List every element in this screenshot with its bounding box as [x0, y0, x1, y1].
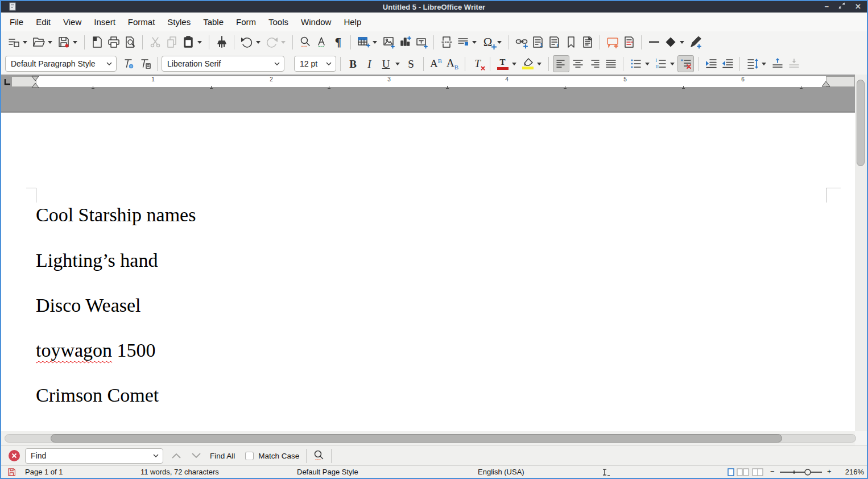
underline-dropdown-icon[interactable] [395, 63, 400, 65]
match-case-checkbox[interactable] [245, 452, 254, 460]
insert-hyperlink-button[interactable] [513, 34, 530, 51]
undo-dropdown-icon[interactable] [256, 41, 261, 44]
print-preview-button[interactable] [122, 34, 138, 51]
paste-dropdown-icon[interactable] [197, 41, 202, 44]
tab-stop-selector-icon[interactable] [4, 79, 11, 85]
insert-endnote-button[interactable]: i [546, 34, 563, 51]
ordered-list-dropdown-icon[interactable] [670, 63, 675, 65]
update-style-button[interactable] [120, 55, 137, 72]
new-document-dropdown-icon[interactable] [23, 41, 27, 44]
insert-image-button[interactable] [380, 34, 396, 51]
book-view-icon[interactable] [752, 468, 763, 476]
unordered-list-dropdown-icon[interactable] [645, 63, 650, 65]
minimize-button[interactable]: − [825, 1, 829, 13]
doc-paragraph[interactable]: Cool Starship names [36, 204, 196, 226]
document-modified-icon[interactable] [8, 468, 15, 476]
formatting-marks-button[interactable]: ¶ [330, 34, 346, 51]
find-search-input[interactable]: Find [25, 448, 163, 464]
underline-button[interactable]: U [378, 55, 394, 72]
superscript-button[interactable]: AB [428, 55, 444, 72]
indent-marker-icon[interactable] [31, 76, 40, 89]
unordered-list-button[interactable] [627, 55, 644, 72]
menu-insert[interactable]: Insert [88, 14, 122, 30]
clone-formatting-button[interactable] [213, 34, 230, 51]
right-indent-marker-icon[interactable] [821, 81, 830, 87]
justify-button[interactable] [602, 55, 619, 72]
paste-button[interactable] [180, 34, 196, 51]
menu-file[interactable]: File [3, 14, 30, 30]
print-button[interactable] [105, 34, 122, 51]
highlight-color-dropdown-icon[interactable] [537, 63, 542, 65]
doc-paragraph[interactable]: Disco Weasel [36, 295, 141, 316]
page[interactable] [1, 112, 855, 431]
title-bar[interactable]: Untitled 5 - LibreOffice Writer − ✕ [1, 1, 867, 13]
font-color-dropdown-icon[interactable] [512, 63, 516, 65]
horizontal-scrollbar[interactable] [1, 431, 855, 445]
insert-field-dropdown-icon[interactable] [472, 41, 477, 44]
open-button[interactable] [30, 34, 47, 51]
save-dropdown-icon[interactable] [73, 41, 77, 44]
insert-cross-reference-button[interactable] [579, 34, 596, 51]
zoom-in-button[interactable]: + [827, 467, 832, 476]
doc-paragraph[interactable]: Crimson Comet [36, 385, 159, 406]
special-character-dropdown-icon[interactable] [497, 41, 502, 44]
document-area[interactable]: Cool Starship names Lighting’s hand Disc… [1, 89, 855, 431]
match-case-label[interactable]: Match Case [258, 452, 299, 460]
horizontal-line-button[interactable] [646, 34, 662, 51]
highlight-color-button[interactable] [519, 55, 536, 72]
doc-paragraph[interactable]: toywagon 1500 [36, 340, 156, 361]
font-size-combo[interactable]: 12 pt [294, 56, 336, 72]
no-list-button[interactable] [677, 55, 694, 72]
align-center-button[interactable] [569, 55, 586, 72]
line-spacing-dropdown-icon[interactable] [762, 63, 766, 65]
find-and-replace-button[interactable] [311, 447, 327, 464]
line-spacing-button[interactable] [744, 55, 760, 72]
zoom-slider[interactable] [779, 469, 822, 476]
page-count[interactable]: Page 1 of 1 [25, 468, 63, 476]
restore-button[interactable] [838, 1, 845, 13]
basic-shapes-dropdown-icon[interactable] [680, 41, 684, 44]
paragraph-style-combo[interactable]: Default Paragraph Style [5, 56, 117, 72]
open-dropdown-icon[interactable] [48, 41, 52, 44]
font-name-combo[interactable]: Liberation Serif [162, 56, 284, 72]
increase-indent-button[interactable] [702, 55, 719, 72]
increase-paragraph-spacing-button[interactable] [769, 55, 786, 72]
single-page-view-icon[interactable] [728, 468, 734, 476]
close-button[interactable]: ✕ [855, 1, 861, 13]
vertical-scrollbar-thumb[interactable] [857, 80, 865, 166]
zoom-level[interactable]: 216% [841, 468, 864, 476]
spelling-button[interactable] [313, 34, 330, 51]
menu-edit[interactable]: Edit [30, 14, 57, 30]
track-changes-button[interactable] [621, 34, 637, 51]
insert-field-button[interactable] [454, 34, 471, 51]
menu-help[interactable]: Help [337, 14, 367, 30]
menu-form[interactable]: Form [230, 14, 262, 30]
align-right-button[interactable] [586, 55, 602, 72]
insert-footnote-button[interactable]: 1 [530, 34, 546, 51]
vertical-scrollbar[interactable] [855, 75, 867, 431]
clear-formatting-button[interactable]: T [469, 55, 486, 72]
insert-bookmark-button[interactable] [563, 34, 579, 51]
align-left-button[interactable] [553, 55, 569, 72]
special-character-button[interactable]: Ω [480, 34, 496, 51]
find-replace-button[interactable] [297, 34, 313, 51]
horizontal-ruler[interactable]: 1 2 3 4 5 6 [1, 75, 867, 89]
insert-comment-button[interactable] [604, 34, 621, 51]
insert-chart-button[interactable] [396, 34, 413, 51]
misspelled-word[interactable]: toywagon [36, 340, 112, 361]
multi-page-view-icon[interactable] [737, 468, 749, 476]
bold-button[interactable]: B [345, 55, 361, 72]
strikethrough-button[interactable]: S [403, 55, 419, 72]
new-style-button[interactable] [137, 55, 153, 72]
doc-paragraph[interactable]: Lighting’s hand [36, 250, 158, 271]
menu-tools[interactable]: Tools [262, 14, 295, 30]
insert-mode-icon[interactable] [602, 469, 611, 476]
draw-functions-button[interactable] [687, 34, 704, 51]
menu-view[interactable]: View [57, 14, 88, 30]
save-button[interactable] [55, 34, 72, 51]
subscript-button[interactable]: AB [444, 55, 461, 72]
menu-window[interactable]: Window [295, 14, 337, 30]
text-language[interactable]: English (USA) [478, 468, 524, 476]
export-pdf-button[interactable] [89, 34, 105, 51]
basic-shapes-button[interactable] [662, 34, 679, 51]
